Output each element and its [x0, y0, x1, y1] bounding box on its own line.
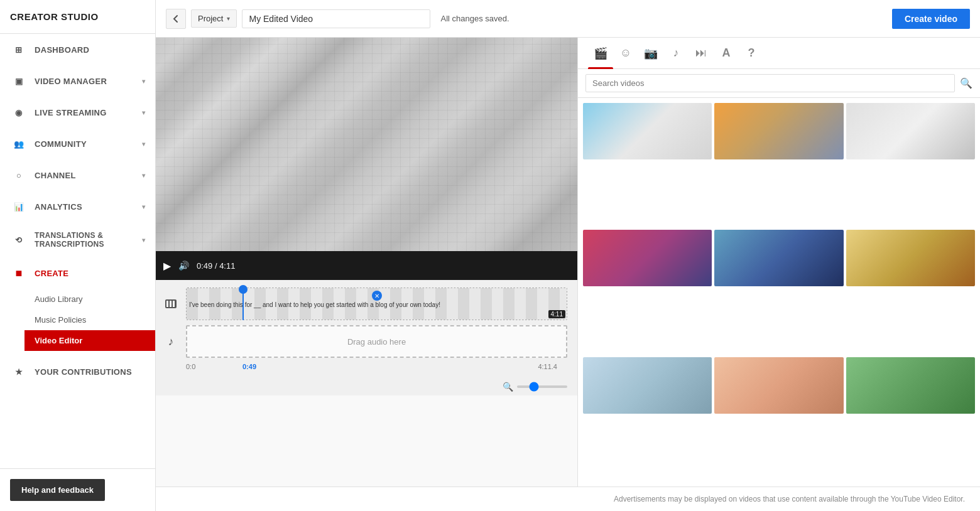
- search-input[interactable]: [585, 74, 955, 92]
- main-content: Project ▾ All changes saved. Create vide…: [156, 0, 980, 511]
- back-button[interactable]: [166, 9, 186, 29]
- video-thumbnail[interactable]: [714, 103, 843, 159]
- playback-bar: ▶ 🔊 0:49 / 4:11: [156, 251, 577, 280]
- sidebar-item-translations[interactable]: ⟲ TRANSLATIONS & TRANSCRIPTIONS ▾: [0, 222, 155, 257]
- project-dropdown[interactable]: Project ▾: [191, 9, 237, 28]
- timeline-ruler: 0:0 0:49 4:11.4: [156, 360, 577, 373]
- sidebar-footer: Help and feedback: [0, 468, 155, 511]
- video-editor-label: Video Editor: [35, 336, 82, 345]
- sidebar-item-label: ANALYTICS: [35, 202, 82, 212]
- tab-text[interactable]: A: [714, 38, 739, 69]
- video-thumbnail[interactable]: [583, 357, 712, 414]
- translations-icon: ⟲: [12, 233, 26, 247]
- channel-icon: ○: [12, 168, 26, 182]
- zoom-icon: 🔍: [503, 382, 513, 392]
- right-panel: 🎬 ☺ 📷 ♪ ⏭ A ? 🔍: [578, 38, 980, 487]
- svg-rect-2: [170, 301, 172, 307]
- help-feedback-button[interactable]: Help and feedback: [10, 479, 105, 501]
- video-preview: [156, 38, 577, 251]
- search-button[interactable]: 🔍: [960, 77, 972, 89]
- clip-delete-button[interactable]: ✕: [372, 291, 382, 301]
- sidebar-item-label: COMMUNITY: [35, 139, 87, 149]
- sidebar-item-video-editor[interactable]: Video Editor: [24, 330, 155, 351]
- video-thumbnail[interactable]: [846, 103, 975, 159]
- save-status: All changes saved.: [440, 14, 891, 23]
- sidebar-item-community[interactable]: 👥 COMMUNITY ▾: [0, 128, 155, 159]
- volume-button[interactable]: 🔊: [178, 261, 189, 271]
- audio-track-content[interactable]: Drag audio here: [186, 325, 567, 358]
- community-icon: 👥: [12, 137, 26, 151]
- video-thumbnail[interactable]: [714, 357, 843, 414]
- footer-bar: Advertisements may be displayed on video…: [156, 487, 980, 511]
- sidebar-item-video-manager[interactable]: ▣ VIDEO MANAGER ▾: [0, 65, 155, 97]
- search-bar: 🔍: [578, 69, 980, 98]
- music-policies-label: Music Policies: [35, 315, 86, 325]
- video-grid: [578, 98, 980, 487]
- ruler-start: 0:0: [186, 363, 195, 370]
- chevron-down-icon: ▾: [142, 237, 145, 244]
- video-thumbnail[interactable]: [583, 230, 712, 286]
- footer-text: Advertisements may be displayed on video…: [614, 495, 965, 503]
- create-submenu: Audio Library Music Policies Video Edito…: [2, 289, 155, 351]
- create-video-button[interactable]: Create video: [892, 9, 970, 29]
- create-label: CREATE: [35, 269, 68, 278]
- video-thumbnail[interactable]: [846, 230, 975, 286]
- sidebar-item-dashboard[interactable]: ⊞ DASHBOARD: [0, 34, 155, 65]
- sidebar-item-label: DASHBOARD: [35, 45, 89, 55]
- timeline-area: ✕ I've been doing this for __ and I want…: [156, 280, 577, 378]
- tab-skip[interactable]: ⏭: [689, 38, 714, 69]
- chevron-down-icon: ▾: [142, 141, 145, 148]
- play-button[interactable]: ▶: [163, 260, 171, 272]
- playhead-marker[interactable]: [239, 285, 248, 294]
- sidebar-item-label: CHANNEL: [35, 171, 76, 180]
- chevron-down-icon: ▾: [142, 172, 145, 179]
- svg-rect-3: [173, 301, 175, 307]
- video-track-icon: [156, 299, 186, 308]
- sidebar-item-label: VIDEO MANAGER: [35, 77, 107, 86]
- editor-panel: ▶ 🔊 0:49 / 4:11: [156, 38, 578, 487]
- video-thumbnail[interactable]: [583, 103, 712, 159]
- ruler-playhead: 0:49: [242, 363, 256, 370]
- dashboard-icon: ⊞: [12, 43, 26, 56]
- time-display: 0:49 / 4:11: [197, 261, 235, 271]
- project-title-input[interactable]: [242, 9, 430, 28]
- sidebar-section-create: ■ CREATE Audio Library Music Policies Vi…: [0, 257, 155, 351]
- audio-library-label: Audio Library: [35, 294, 83, 304]
- project-label: Project: [198, 14, 223, 23]
- sidebar: CREATOR STUDIO ⊞ DASHBOARD ▣ VIDEO MANAG…: [0, 0, 156, 511]
- sidebar-item-audio-library[interactable]: Audio Library: [35, 289, 155, 309]
- ruler-end: 4:11.4: [538, 363, 557, 370]
- create-header[interactable]: ■ CREATE: [2, 257, 155, 289]
- drag-audio-label: Drag audio here: [347, 337, 406, 347]
- panel-tabs: 🎬 ☺ 📷 ♪ ⏭ A ?: [578, 38, 980, 69]
- video-preview-placeholder: [156, 38, 577, 251]
- sidebar-item-your-contributions[interactable]: ★ YOUR CONTRIBUTIONS: [0, 356, 155, 387]
- content-area: ▶ 🔊 0:49 / 4:11: [156, 38, 980, 487]
- chevron-down-icon: ▾: [142, 203, 145, 210]
- video-thumbnail[interactable]: [846, 357, 975, 414]
- video-track: ✕ I've been doing this for __ and I want…: [156, 285, 577, 323]
- playhead[interactable]: [242, 288, 244, 320]
- video-thumbnail[interactable]: [714, 230, 843, 286]
- app-title: CREATOR STUDIO: [10, 11, 99, 22]
- zoom-slider[interactable]: [517, 385, 567, 388]
- sidebar-item-analytics[interactable]: 📊 ANALYTICS ▾: [0, 191, 155, 222]
- create-icon: ■: [12, 266, 26, 280]
- sidebar-item-channel[interactable]: ○ CHANNEL ▾: [0, 159, 155, 191]
- tab-music[interactable]: ♪: [663, 38, 689, 69]
- tab-video[interactable]: 🎬: [588, 38, 613, 69]
- sidebar-item-live-streaming[interactable]: ◉ LIVE STREAMING ▾: [0, 97, 155, 128]
- tab-emoji[interactable]: ☺: [613, 38, 638, 69]
- svg-rect-1: [166, 301, 168, 307]
- timeline-zoom: 🔍: [156, 378, 577, 395]
- video-manager-icon: ▣: [12, 74, 26, 88]
- tab-help[interactable]: ?: [739, 38, 764, 69]
- sidebar-item-music-policies[interactable]: Music Policies: [35, 309, 155, 330]
- contributions-label: YOUR CONTRIBUTIONS: [35, 367, 132, 377]
- chevron-down-icon: ▾: [142, 109, 145, 116]
- sidebar-item-label: LIVE STREAMING: [35, 108, 107, 117]
- tab-camera[interactable]: 📷: [638, 38, 663, 69]
- audio-track-icon: ♪: [156, 335, 186, 348]
- analytics-icon: 📊: [12, 200, 26, 213]
- live-streaming-icon: ◉: [12, 105, 26, 119]
